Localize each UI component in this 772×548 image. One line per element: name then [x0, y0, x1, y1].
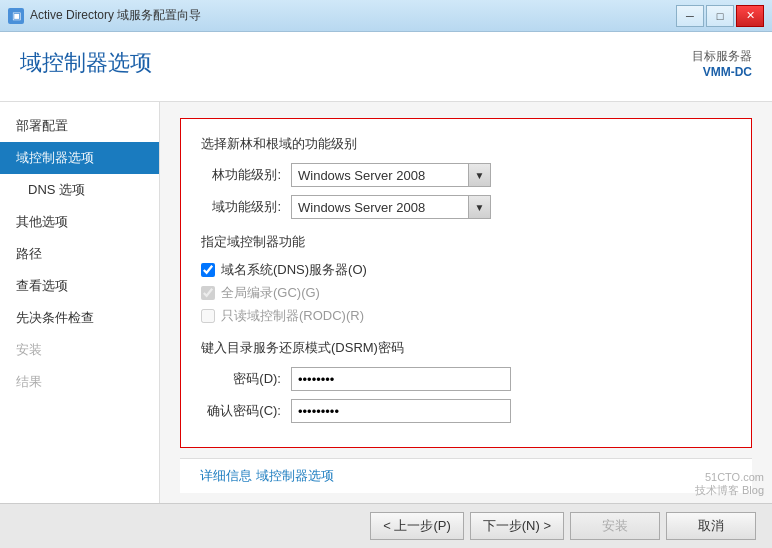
sidebar-item-prereq[interactable]: 先决条件检查: [0, 302, 159, 334]
sidebar-item-other[interactable]: 其他选项: [0, 206, 159, 238]
close-button[interactable]: ✕: [736, 5, 764, 27]
sidebar-item-dc-options[interactable]: 域控制器选项: [0, 142, 159, 174]
cancel-button[interactable]: 取消: [666, 512, 756, 540]
section2-title: 指定域控制器功能: [201, 233, 731, 251]
confirm-label: 确认密码(C):: [201, 402, 281, 420]
domain-dropdown[interactable]: Windows Server 2008 ▼: [291, 195, 491, 219]
forest-dropdown-value: Windows Server 2008: [292, 168, 468, 183]
sidebar-item-deploy[interactable]: 部署配置: [0, 110, 159, 142]
titlebar-title: Active Directory 域服务配置向导: [30, 7, 201, 24]
target-label: 目标服务器: [692, 48, 752, 65]
back-button[interactable]: < 上一步(P): [370, 512, 464, 540]
section1-title: 选择新林和根域的功能级别: [201, 135, 731, 153]
titlebar: ▣ Active Directory 域服务配置向导 ─ □ ✕: [0, 0, 772, 32]
gc-checkbox-row: 全局编录(GC)(G): [201, 284, 731, 302]
main-window: 域控制器选项 目标服务器 VMM-DC 部署配置 域控制器选项 DNS 选项 其…: [0, 32, 772, 548]
header-right: 目标服务器 VMM-DC: [692, 48, 752, 79]
content-area: 部署配置 域控制器选项 DNS 选项 其他选项 路径 查看选项 先决条件检查 安…: [0, 102, 772, 503]
section3-title: 键入目录服务还原模式(DSRM)密码: [201, 339, 731, 357]
password-label: 密码(D):: [201, 370, 281, 388]
footer: < 上一步(P) 下一步(N) > 安装 取消: [0, 503, 772, 548]
sidebar-item-view[interactable]: 查看选项: [0, 270, 159, 302]
dns-checkbox-label[interactable]: 域名系统(DNS)服务器(O): [221, 261, 367, 279]
domain-level-row: 域功能级别: Windows Server 2008 ▼: [201, 195, 731, 219]
dns-checkbox-row: 域名系统(DNS)服务器(O): [201, 261, 731, 279]
forest-dropdown[interactable]: Windows Server 2008 ▼: [291, 163, 491, 187]
section3-sep: 键入目录服务还原模式(DSRM)密码: [201, 339, 731, 357]
main-panel: 选择新林和根域的功能级别 林功能级别: Windows Server 2008 …: [160, 102, 772, 503]
next-button[interactable]: 下一步(N) >: [470, 512, 564, 540]
sidebar-item-path[interactable]: 路径: [0, 238, 159, 270]
install-button: 安装: [570, 512, 660, 540]
sidebar-item-install: 安装: [0, 334, 159, 366]
rodc-checkbox: [201, 309, 215, 323]
detail-link[interactable]: 详细信息 域控制器选项: [200, 467, 334, 485]
content-box: 选择新林和根域的功能级别 林功能级别: Windows Server 2008 …: [180, 118, 752, 448]
domain-label: 域功能级别:: [201, 198, 281, 216]
domain-dropdown-arrow[interactable]: ▼: [468, 196, 490, 218]
minimize-button[interactable]: ─: [676, 5, 704, 27]
domain-dropdown-value: Windows Server 2008: [292, 200, 468, 215]
gc-checkbox: [201, 286, 215, 300]
app-icon: ▣: [8, 8, 24, 24]
rodc-checkbox-row: 只读域控制器(RODC)(R): [201, 307, 731, 325]
sidebar-item-result: 结果: [0, 366, 159, 398]
forest-level-row: 林功能级别: Windows Server 2008 ▼: [201, 163, 731, 187]
target-value: VMM-DC: [692, 65, 752, 79]
sidebar-item-dns[interactable]: DNS 选项: [0, 174, 159, 206]
gc-checkbox-label: 全局编录(GC)(G): [221, 284, 320, 302]
forest-dropdown-arrow[interactable]: ▼: [468, 164, 490, 186]
password-input[interactable]: [291, 367, 511, 391]
rodc-checkbox-label: 只读域控制器(RODC)(R): [221, 307, 364, 325]
titlebar-controls: ─ □ ✕: [676, 5, 764, 27]
bottom-area: 详细信息 域控制器选项: [180, 458, 752, 493]
dns-checkbox[interactable]: [201, 263, 215, 277]
forest-label: 林功能级别:: [201, 166, 281, 184]
header: 域控制器选项 目标服务器 VMM-DC: [0, 32, 772, 102]
confirm-input[interactable]: [291, 399, 511, 423]
section2-sep: 指定域控制器功能: [201, 233, 731, 251]
restore-button[interactable]: □: [706, 5, 734, 27]
page-title: 域控制器选项: [20, 48, 152, 78]
confirm-row: 确认密码(C):: [201, 399, 731, 423]
password-row: 密码(D):: [201, 367, 731, 391]
sidebar: 部署配置 域控制器选项 DNS 选项 其他选项 路径 查看选项 先决条件检查 安…: [0, 102, 160, 503]
titlebar-left: ▣ Active Directory 域服务配置向导: [8, 7, 201, 24]
